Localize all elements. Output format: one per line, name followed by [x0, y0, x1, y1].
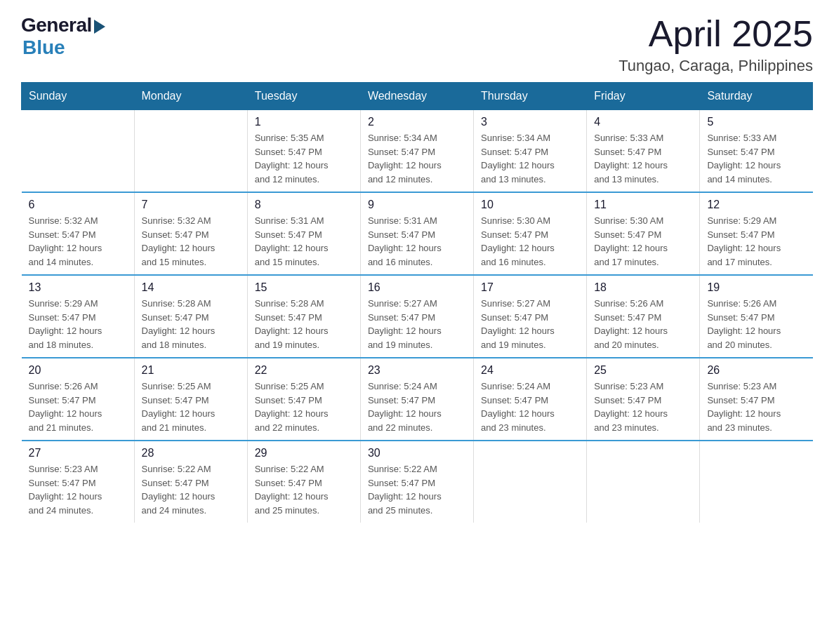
day-info: Sunrise: 5:24 AMSunset: 5:47 PMDaylight:…	[368, 380, 466, 434]
day-info: Sunrise: 5:30 AMSunset: 5:47 PMDaylight:…	[481, 214, 579, 269]
calendar-cell: 9Sunrise: 5:31 AMSunset: 5:47 PMDaylight…	[360, 192, 473, 275]
day-number: 29	[255, 447, 353, 459]
weekday-friday: Friday	[587, 83, 700, 110]
calendar-cell: 8Sunrise: 5:31 AMSunset: 5:47 PMDaylight…	[247, 192, 360, 275]
calendar-cell	[134, 110, 247, 193]
day-info: Sunrise: 5:25 AMSunset: 5:47 PMDaylight:…	[142, 380, 240, 434]
day-info: Sunrise: 5:33 AMSunset: 5:47 PMDaylight:…	[707, 131, 805, 186]
calendar-cell: 16Sunrise: 5:27 AMSunset: 5:47 PMDayligh…	[360, 275, 473, 358]
day-number: 7	[142, 199, 240, 211]
calendar-cell: 2Sunrise: 5:34 AMSunset: 5:47 PMDaylight…	[360, 110, 473, 193]
day-number: 18	[594, 281, 692, 294]
day-number: 20	[29, 364, 127, 377]
day-info: Sunrise: 5:32 AMSunset: 5:47 PMDaylight:…	[29, 214, 127, 269]
calendar-cell	[474, 441, 587, 523]
day-info: Sunrise: 5:24 AMSunset: 5:47 PMDaylight:…	[481, 380, 579, 434]
day-info: Sunrise: 5:25 AMSunset: 5:47 PMDaylight:…	[255, 380, 353, 434]
day-info: Sunrise: 5:27 AMSunset: 5:47 PMDaylight:…	[481, 297, 579, 351]
day-info: Sunrise: 5:26 AMSunset: 5:47 PMDaylight:…	[707, 297, 805, 351]
weekday-wednesday: Wednesday	[360, 83, 473, 110]
calendar-cell: 19Sunrise: 5:26 AMSunset: 5:47 PMDayligh…	[700, 275, 813, 358]
day-info: Sunrise: 5:29 AMSunset: 5:47 PMDaylight:…	[707, 214, 805, 269]
day-number: 2	[368, 116, 466, 128]
day-info: Sunrise: 5:31 AMSunset: 5:47 PMDaylight:…	[368, 214, 466, 269]
calendar-cell: 11Sunrise: 5:30 AMSunset: 5:47 PMDayligh…	[587, 192, 700, 275]
logo-blue-text: Blue	[22, 36, 65, 59]
weekday-sunday: Sunday	[22, 83, 135, 110]
day-number: 15	[255, 281, 353, 294]
day-info: Sunrise: 5:23 AMSunset: 5:47 PMDaylight:…	[707, 380, 805, 434]
calendar-cell: 13Sunrise: 5:29 AMSunset: 5:47 PMDayligh…	[22, 275, 135, 358]
day-info: Sunrise: 5:23 AMSunset: 5:47 PMDaylight:…	[29, 462, 127, 517]
calendar-cell: 24Sunrise: 5:24 AMSunset: 5:47 PMDayligh…	[474, 358, 587, 441]
calendar-cell	[700, 441, 813, 523]
day-number: 21	[142, 364, 240, 377]
weekday-header-row: SundayMondayTuesdayWednesdayThursdayFrid…	[22, 83, 813, 110]
calendar-cell: 23Sunrise: 5:24 AMSunset: 5:47 PMDayligh…	[360, 358, 473, 441]
calendar-title: April 2025	[618, 14, 813, 54]
day-number: 9	[368, 199, 466, 211]
calendar-cell: 14Sunrise: 5:28 AMSunset: 5:47 PMDayligh…	[134, 275, 247, 358]
day-number: 3	[481, 116, 579, 128]
day-info: Sunrise: 5:29 AMSunset: 5:47 PMDaylight:…	[29, 297, 127, 351]
day-number: 27	[29, 447, 127, 459]
calendar-cell: 17Sunrise: 5:27 AMSunset: 5:47 PMDayligh…	[474, 275, 587, 358]
week-row-4: 20Sunrise: 5:26 AMSunset: 5:47 PMDayligh…	[22, 358, 813, 441]
day-number: 4	[594, 116, 692, 128]
page-header: General Blue April 2025 Tungao, Caraga, …	[21, 14, 813, 75]
calendar-cell: 6Sunrise: 5:32 AMSunset: 5:47 PMDaylight…	[22, 192, 135, 275]
day-number: 30	[368, 447, 466, 459]
day-number: 24	[481, 364, 579, 377]
week-row-2: 6Sunrise: 5:32 AMSunset: 5:47 PMDaylight…	[22, 192, 813, 275]
calendar-cell: 22Sunrise: 5:25 AMSunset: 5:47 PMDayligh…	[247, 358, 360, 441]
day-number: 28	[142, 447, 240, 459]
calendar-cell: 12Sunrise: 5:29 AMSunset: 5:47 PMDayligh…	[700, 192, 813, 275]
day-info: Sunrise: 5:35 AMSunset: 5:47 PMDaylight:…	[255, 131, 353, 186]
calendar-cell: 30Sunrise: 5:22 AMSunset: 5:47 PMDayligh…	[360, 441, 473, 523]
day-info: Sunrise: 5:26 AMSunset: 5:47 PMDaylight:…	[594, 297, 692, 351]
calendar-cell: 1Sunrise: 5:35 AMSunset: 5:47 PMDaylight…	[247, 110, 360, 193]
day-number: 12	[707, 199, 805, 211]
calendar-cell: 25Sunrise: 5:23 AMSunset: 5:47 PMDayligh…	[587, 358, 700, 441]
day-number: 10	[481, 199, 579, 211]
day-number: 5	[707, 116, 805, 128]
day-info: Sunrise: 5:30 AMSunset: 5:47 PMDaylight:…	[594, 214, 692, 269]
calendar-header: SundayMondayTuesdayWednesdayThursdayFrid…	[22, 83, 813, 110]
calendar-cell: 3Sunrise: 5:34 AMSunset: 5:47 PMDaylight…	[474, 110, 587, 193]
day-number: 17	[481, 281, 579, 294]
calendar-cell: 28Sunrise: 5:22 AMSunset: 5:47 PMDayligh…	[134, 441, 247, 523]
calendar-cell: 29Sunrise: 5:22 AMSunset: 5:47 PMDayligh…	[247, 441, 360, 523]
calendar-cell: 4Sunrise: 5:33 AMSunset: 5:47 PMDaylight…	[587, 110, 700, 193]
day-number: 13	[29, 281, 127, 294]
day-number: 25	[594, 364, 692, 377]
day-number: 14	[142, 281, 240, 294]
day-number: 19	[707, 281, 805, 294]
weekday-thursday: Thursday	[474, 83, 587, 110]
calendar-cell: 18Sunrise: 5:26 AMSunset: 5:47 PMDayligh…	[587, 275, 700, 358]
calendar-cell: 20Sunrise: 5:26 AMSunset: 5:47 PMDayligh…	[22, 358, 135, 441]
day-number: 23	[368, 364, 466, 377]
logo-arrow-icon	[94, 20, 105, 34]
day-info: Sunrise: 5:28 AMSunset: 5:47 PMDaylight:…	[142, 297, 240, 351]
day-info: Sunrise: 5:32 AMSunset: 5:47 PMDaylight:…	[142, 214, 240, 269]
calendar-cell: 7Sunrise: 5:32 AMSunset: 5:47 PMDaylight…	[134, 192, 247, 275]
calendar-cell	[22, 110, 135, 193]
calendar-body: 1Sunrise: 5:35 AMSunset: 5:47 PMDaylight…	[22, 110, 813, 523]
calendar-table: SundayMondayTuesdayWednesdayThursdayFrid…	[21, 82, 813, 523]
weekday-monday: Monday	[134, 83, 247, 110]
day-info: Sunrise: 5:28 AMSunset: 5:47 PMDaylight:…	[255, 297, 353, 351]
day-info: Sunrise: 5:23 AMSunset: 5:47 PMDaylight:…	[594, 380, 692, 434]
day-info: Sunrise: 5:31 AMSunset: 5:47 PMDaylight:…	[255, 214, 353, 269]
week-row-5: 27Sunrise: 5:23 AMSunset: 5:47 PMDayligh…	[22, 441, 813, 523]
day-number: 26	[707, 364, 805, 377]
day-number: 6	[29, 199, 127, 211]
day-info: Sunrise: 5:22 AMSunset: 5:47 PMDaylight:…	[142, 462, 240, 517]
day-info: Sunrise: 5:22 AMSunset: 5:47 PMDaylight:…	[255, 462, 353, 517]
day-info: Sunrise: 5:34 AMSunset: 5:47 PMDaylight:…	[368, 131, 466, 186]
day-number: 22	[255, 364, 353, 377]
day-info: Sunrise: 5:26 AMSunset: 5:47 PMDaylight:…	[29, 380, 127, 434]
day-info: Sunrise: 5:27 AMSunset: 5:47 PMDaylight:…	[368, 297, 466, 351]
weekday-tuesday: Tuesday	[247, 83, 360, 110]
week-row-1: 1Sunrise: 5:35 AMSunset: 5:47 PMDaylight…	[22, 110, 813, 193]
calendar-cell: 5Sunrise: 5:33 AMSunset: 5:47 PMDaylight…	[700, 110, 813, 193]
